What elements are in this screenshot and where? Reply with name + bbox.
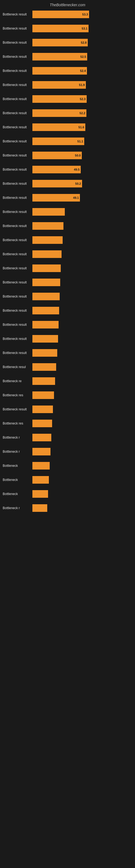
bar-fill — [32, 377, 55, 385]
bar-label: Bottleneck result — [3, 238, 32, 242]
bar-value: 51.9 — [79, 83, 85, 87]
row-separator — [0, 77, 135, 79]
bar-wrapper — [32, 349, 132, 357]
bar-row: Bottleneck result52.2 — [0, 108, 135, 119]
bar-wrapper: 49.1 — [32, 194, 132, 202]
bar-wrapper — [32, 265, 132, 272]
bar-label: Bottleneck result — [3, 167, 32, 172]
bar-label: Bottleneck result — [3, 97, 32, 101]
row-separator — [0, 373, 135, 375]
bar-row: Bottleneck result — [0, 305, 135, 316]
bar-wrapper — [32, 321, 132, 329]
bar-label: Bottleneck — [3, 492, 32, 496]
row-separator — [0, 288, 135, 290]
bar-row: Bottleneck result52.3 — [0, 94, 135, 104]
row-separator — [0, 161, 135, 163]
bar-row: Bottleneck r — [0, 446, 135, 457]
bar-row: Bottleneck r — [0, 432, 135, 443]
bar-wrapper — [32, 377, 132, 385]
bar-label: Bottleneck res — [3, 393, 32, 397]
bar-fill: 50.0 — [32, 152, 82, 159]
bar-wrapper — [32, 363, 132, 371]
bar-wrapper — [32, 392, 132, 399]
row-separator — [0, 486, 135, 488]
bar-fill: 51.6 — [32, 123, 85, 131]
bar-label: Bottleneck result — [3, 337, 32, 341]
bar-row: Bottleneck res — [0, 390, 135, 401]
bar-label: Bottleneck result — [3, 252, 32, 256]
bar-label: Bottleneck res — [3, 422, 32, 425]
bar-fill — [32, 208, 65, 216]
bar-row: Bottleneck res — [0, 418, 135, 429]
row-separator — [0, 204, 135, 206]
bar-fill — [32, 448, 50, 456]
row-separator — [0, 147, 135, 150]
row-separator — [0, 316, 135, 319]
bar-wrapper: 51.6 — [32, 123, 132, 131]
bar-label: Bottleneck re — [3, 379, 32, 383]
bar-wrapper — [32, 448, 132, 456]
row-separator — [0, 218, 135, 220]
bar-value: 51.1 — [78, 140, 83, 143]
bar-row: Bottleneck result — [0, 319, 135, 330]
bar-fill — [32, 321, 58, 329]
bar-value: 52.2 — [80, 112, 85, 115]
bar-row: Bottleneck — [0, 474, 135, 485]
bar-value: 53.3 — [82, 13, 88, 16]
bar-wrapper — [32, 250, 132, 258]
bar-wrapper — [32, 293, 132, 300]
row-separator — [0, 514, 135, 516]
row-separator — [0, 246, 135, 248]
bar-value: 49.5 — [74, 168, 80, 171]
row-separator — [0, 133, 135, 135]
bar-row: Bottleneck result51.1 — [0, 136, 135, 147]
bar-fill: 52.2 — [32, 109, 86, 117]
bar-row: Bottleneck result — [0, 207, 135, 217]
bar-fill — [32, 222, 63, 230]
bar-fill — [32, 293, 60, 300]
bar-wrapper — [32, 236, 132, 244]
bar-row: Bottleneck result50.2 — [0, 178, 135, 189]
row-separator — [0, 345, 135, 347]
row-separator — [0, 472, 135, 474]
bar-wrapper — [32, 307, 132, 314]
bar-label: Bottleneck result — [3, 83, 32, 87]
bar-row: Bottleneck result51.6 — [0, 122, 135, 133]
bar-wrapper — [32, 420, 132, 427]
bar-value: 52.8 — [81, 41, 87, 44]
row-separator — [0, 331, 135, 333]
bar-fill: 52.8 — [32, 39, 88, 46]
bar-row: Bottleneck result52.8 — [0, 37, 135, 48]
bar-label: Bottleneck result — [3, 351, 32, 355]
bar-wrapper: 51.9 — [32, 81, 132, 89]
bar-value: 53.1 — [82, 27, 87, 30]
bar-row: Bottleneck result52.5 — [0, 51, 135, 62]
bar-value: 51.6 — [79, 126, 84, 129]
bar-label: Bottleneck r — [3, 436, 32, 439]
row-separator — [0, 176, 135, 178]
bar-fill: 51.9 — [32, 81, 86, 89]
bar-row: Bottleneck result — [0, 291, 135, 302]
bar-fill — [32, 363, 56, 371]
row-separator — [0, 232, 135, 234]
bar-row: Bottleneck result49.5 — [0, 164, 135, 175]
row-separator — [0, 303, 135, 305]
bar-fill: 50.2 — [32, 180, 82, 187]
bar-value: 50.0 — [75, 154, 81, 157]
row-separator — [0, 63, 135, 65]
row-separator — [0, 274, 135, 276]
bar-fill — [32, 392, 54, 399]
bar-fill: 52.3 — [32, 95, 87, 103]
bar-label: Bottleneck result — [3, 41, 32, 44]
bar-value: 50.2 — [75, 182, 81, 185]
bar-row: Bottleneck result — [0, 220, 135, 231]
bar-row: Bottleneck result51.9 — [0, 80, 135, 90]
bar-row: Bottleneck — [0, 460, 135, 471]
row-separator — [0, 91, 135, 93]
bar-label: Bottleneck result — [3, 280, 32, 284]
bar-row: Bottleneck — [0, 489, 135, 499]
bar-label: Bottleneck resul — [3, 365, 32, 369]
bar-value: 49.1 — [73, 196, 79, 199]
row-separator — [0, 401, 135, 403]
row-separator — [0, 190, 135, 192]
